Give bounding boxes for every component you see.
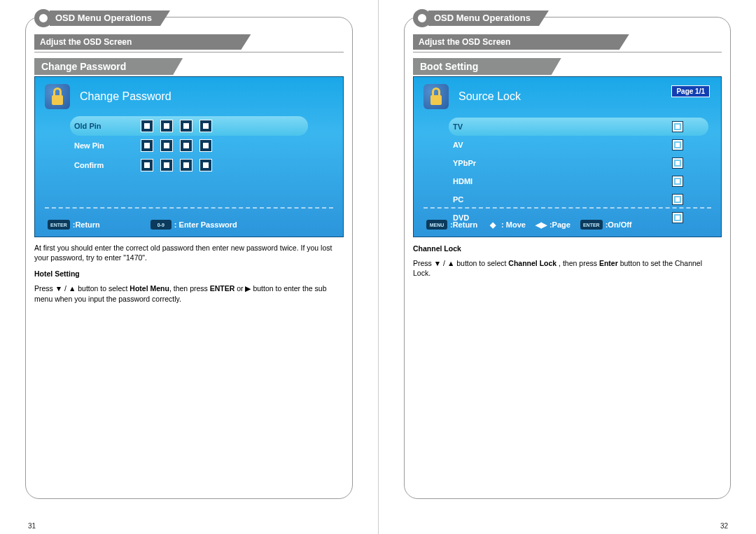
lock-open-icon bbox=[45, 84, 70, 109]
key-chip-menu: MENU bbox=[426, 220, 447, 230]
nav-diamond-icon: ◆ bbox=[487, 220, 498, 230]
header-row: OSD Menu Operations bbox=[34, 9, 344, 27]
osd-title: Source Lock bbox=[458, 90, 521, 103]
hint-move: ◆ : Move bbox=[487, 220, 526, 230]
lock-open-icon bbox=[424, 84, 449, 109]
panel-title: Boot Setting bbox=[413, 58, 561, 75]
pin-input[interactable] bbox=[141, 139, 212, 152]
checkbox-icon[interactable] bbox=[672, 139, 683, 150]
source-label: HDMI bbox=[453, 177, 472, 185]
source-label: AV bbox=[453, 141, 463, 149]
osd-footer: MENU :Return ◆ : Move ◀▶ :Page ENTER :On… bbox=[414, 213, 721, 237]
section-title: Adjust the OSD Screen bbox=[413, 34, 629, 50]
hint-onoff: ENTER :On/Off bbox=[580, 220, 632, 230]
page-right: OSD Menu Operations Adjust the OSD Scree… bbox=[378, 0, 756, 534]
header-row: OSD Menu Operations bbox=[413, 9, 722, 27]
osd-screenshot-change-password: Change Password Old Pin New Pin bbox=[34, 76, 344, 237]
source-row-pc[interactable]: PC bbox=[453, 190, 708, 209]
pin-input[interactable] bbox=[141, 120, 212, 132]
source-row-av[interactable]: AV bbox=[453, 136, 708, 154]
source-row-ypbpr[interactable]: YPbPr bbox=[453, 154, 708, 172]
header-title: OSD Menu Operations bbox=[50, 10, 170, 26]
osd-title: Change Password bbox=[80, 90, 172, 103]
page-left: OSD Menu Operations Adjust the OSD Scree… bbox=[0, 0, 378, 534]
key-chip-0-9: 0-9 bbox=[150, 220, 172, 230]
panel-title: Change Password bbox=[34, 58, 183, 75]
checkbox-icon[interactable] bbox=[672, 176, 683, 187]
manual-spread: OSD Menu Operations Adjust the OSD Scree… bbox=[0, 0, 756, 534]
hint-return: ENTER :Return bbox=[48, 220, 100, 230]
page-card: OSD Menu Operations Adjust the OSD Scree… bbox=[404, 17, 731, 499]
osd-separator bbox=[45, 207, 333, 209]
osd-screenshot-source-lock: Page 1/1 Source Lock TV AV bbox=[413, 76, 722, 237]
pin-input[interactable] bbox=[141, 159, 212, 171]
checkbox-icon[interactable] bbox=[672, 121, 683, 132]
instruction-text: Press ▼ / ▲ button to select Channel Loc… bbox=[413, 258, 722, 278]
osd-label: New Pin bbox=[74, 141, 141, 150]
source-label: YPbPr bbox=[453, 159, 476, 167]
hint-page: ◀▶ :Page bbox=[536, 220, 570, 230]
osd-label: Old Pin bbox=[74, 122, 141, 130]
osd-label: Confirm bbox=[74, 161, 141, 169]
page-arrows-icon: ◀▶ bbox=[536, 220, 547, 230]
instruction-heading: Hotel Setting bbox=[34, 269, 344, 278]
hint-enter-password: 0-9 : Enter Password bbox=[150, 220, 237, 230]
checkbox-icon[interactable] bbox=[672, 157, 683, 169]
instruction-text: At first you should enter the correct ol… bbox=[34, 243, 344, 262]
instruction-heading: Channel Lock bbox=[413, 244, 722, 253]
hint-return: MENU :Return bbox=[426, 220, 477, 230]
source-row-tv[interactable]: TV bbox=[449, 118, 708, 136]
page-badge: Page 1/1 bbox=[671, 85, 710, 97]
key-chip-enter: ENTER bbox=[48, 220, 70, 230]
checkbox-icon[interactable] bbox=[672, 194, 683, 205]
page-card: OSD Menu Operations Adjust the OSD Scree… bbox=[25, 17, 353, 499]
osd-row-confirm[interactable]: Confirm bbox=[74, 155, 329, 175]
section-title: Adjust the OSD Screen bbox=[34, 34, 251, 50]
source-label: TV bbox=[453, 122, 463, 131]
key-chip-enter: ENTER bbox=[580, 220, 603, 230]
osd-row-new-pin[interactable]: New Pin bbox=[74, 136, 329, 155]
source-row-hdmi[interactable]: HDMI bbox=[453, 172, 708, 190]
source-label: PC bbox=[453, 195, 463, 204]
osd-separator bbox=[424, 207, 711, 209]
header-title: OSD Menu Operations bbox=[428, 10, 549, 26]
osd-row-old-pin[interactable]: Old Pin bbox=[70, 116, 308, 136]
page-number: 31 bbox=[28, 522, 36, 530]
instruction-text: Press ▼ / ▲ button to select Hotel Menu,… bbox=[34, 283, 344, 303]
page-number: 32 bbox=[720, 522, 728, 530]
osd-footer: ENTER :Return 0-9 : Enter Password bbox=[35, 213, 343, 237]
